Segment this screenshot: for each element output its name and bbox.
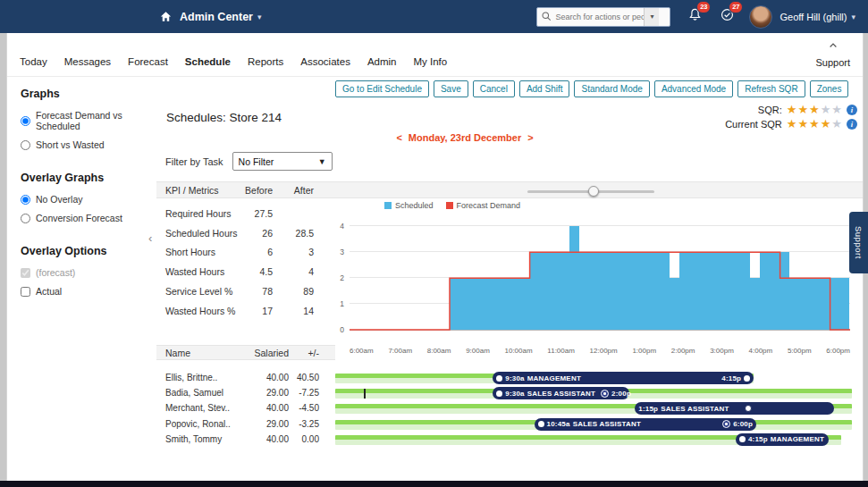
home-icon[interactable] <box>159 10 173 23</box>
date-prev-button[interactable]: < <box>396 132 401 143</box>
shift-handle[interactable] <box>538 421 544 427</box>
filter-row: Filter by Task No Filter ▼ <box>165 152 333 171</box>
radio-input[interactable] <box>21 116 30 126</box>
checkbox-forecast: (forecast) <box>21 267 156 278</box>
y-tick: 3 <box>340 248 344 256</box>
tab-associates[interactable]: Associates <box>300 56 350 67</box>
x-tick: 11:00am <box>547 347 575 355</box>
search-box[interactable]: ▾ <box>536 7 670 27</box>
info-icon[interactable]: i <box>847 119 857 130</box>
y-tick: 4 <box>340 222 344 231</box>
radio-no-overlay[interactable]: No Overlay <box>21 194 156 205</box>
sqr-panel: SQR: ★★★★★ i Current SQR ★★★★★ i <box>725 104 857 130</box>
radio-conversion-forecast[interactable]: Conversion Forecast <box>21 213 156 223</box>
tab-my-info[interactable]: My Info <box>414 56 448 67</box>
brand-title[interactable]: Admin Center <box>180 11 253 23</box>
date-next-button[interactable]: > <box>527 132 533 143</box>
advanced-mode-button[interactable]: Advanced Mode <box>654 80 733 97</box>
radio-input[interactable] <box>21 214 30 223</box>
tab-admin[interactable]: Admin <box>367 56 397 67</box>
add-shift-button[interactable]: Add Shift <box>519 80 570 97</box>
shift-end-time: 4:15p <box>721 374 741 382</box>
shift-bar[interactable]: 9:30aMANAGEMENT4:15p <box>493 372 754 384</box>
roster-row: Ellis, Brittne..40.0040.509:30aMANAGEMEN… <box>156 370 863 385</box>
shift-bar[interactable]: 9:30aSALES ASSISTANT2:00p <box>493 387 629 399</box>
cancel-button[interactable]: Cancel <box>473 80 515 97</box>
user-menu[interactable]: Geoff Hill (ghill) <box>780 12 847 22</box>
kpi-name: Wasted Hours % <box>156 306 241 316</box>
shift-bar[interactable]: 1:15pSALES ASSISTANT <box>635 402 834 415</box>
kpi-name: Scheduled Hours <box>156 228 241 239</box>
kpi-before: 4.5 <box>241 266 273 277</box>
approvals-button[interactable]: 27 <box>720 7 735 26</box>
sidebar-collapse-arrow[interactable]: ‹ <box>148 231 152 245</box>
shift-handle[interactable] <box>744 375 750 382</box>
roster-header: Name Salaried +/- <box>156 345 335 360</box>
y-tick: 0 <box>340 325 344 334</box>
kpi-after: 4 <box>273 266 314 277</box>
task-filter-select[interactable]: No Filter ▼ <box>232 152 333 171</box>
employee-name: Badia, Samuel <box>156 388 248 398</box>
overlay-graphs-title: Overlay Graphs <box>21 172 156 184</box>
hours-diff: -4.50 <box>289 403 319 413</box>
gantt-track: 9:30aSALES ASSISTANT2:00p <box>335 387 852 399</box>
gantt-track: 10:45aSALES ASSISTANT6:00p <box>335 418 852 431</box>
shift-handle[interactable] <box>745 405 752 412</box>
radio-label: Short vs Wasted <box>36 139 105 150</box>
overlay-graphs-group: Overlay Graphs No Overlay Conversion For… <box>21 172 156 223</box>
hours-diff: 40.50 <box>289 373 319 382</box>
shift-end-time: 2:00p <box>611 390 631 398</box>
selected-option: No Filter <box>239 156 274 167</box>
checkbox-input[interactable] <box>21 287 30 297</box>
collapse-header-button[interactable] <box>827 38 839 55</box>
info-icon[interactable]: i <box>847 105 857 115</box>
shift-bar[interactable]: 4:15pMANAGEMENT <box>736 433 829 446</box>
shift-role: MANAGEMENT <box>527 374 581 382</box>
shift-bar[interactable]: 10:45aSALES ASSISTANT6:00p <box>535 418 757 431</box>
kpi-row: Wasted Hours %1714 <box>156 301 335 321</box>
notifications-bell[interactable]: 23 <box>687 7 703 26</box>
kpi-before: 78 <box>241 286 273 297</box>
avatar[interactable] <box>749 5 772 29</box>
checkbox-actual[interactable]: Actual <box>21 286 156 297</box>
standard-mode-button[interactable]: Standard Mode <box>574 80 649 97</box>
overlay-options-group: Overlay Options (forecast) Actual <box>21 245 156 297</box>
time-marker <box>364 389 366 399</box>
forecast-line <box>350 252 850 330</box>
save-button[interactable]: Save <box>434 80 468 97</box>
zones-button[interactable]: Zones <box>810 80 849 97</box>
legend-swatch <box>384 202 392 209</box>
shift-handle[interactable] <box>496 375 502 382</box>
tab-schedule[interactable]: Schedule <box>185 56 231 67</box>
kpi-row: Short Hours63 <box>156 243 335 263</box>
kpi-headers: KPI / Metrics Before After <box>156 182 863 197</box>
refresh-sqr-button[interactable]: Refresh SQR <box>737 80 805 97</box>
shift-handle[interactable] <box>496 390 502 397</box>
star-icon: ★ <box>797 104 808 115</box>
shift-handle[interactable] <box>739 436 746 442</box>
legend-swatch <box>446 202 453 209</box>
support-link[interactable]: Support <box>815 57 850 68</box>
star-icon: ★ <box>831 118 842 130</box>
radio-input[interactable] <box>21 140 30 150</box>
roster-header-name: Name <box>156 348 248 358</box>
go-to-edit-schedule-button[interactable]: Go to Edit Schedule <box>335 80 429 97</box>
support-tab[interactable]: Support <box>849 212 868 273</box>
radio-short-vs-wasted[interactable]: Short vs Wasted <box>21 139 156 150</box>
search-input[interactable] <box>552 13 644 21</box>
search-scope-dropdown[interactable]: ▾ <box>644 8 659 26</box>
tab-messages[interactable]: Messages <box>64 56 111 67</box>
sqr-label: SQR: <box>758 105 782 115</box>
zoom-slider[interactable] <box>527 190 654 193</box>
tab-forecast[interactable]: Forecast <box>128 56 168 67</box>
kpi-after: 89 <box>273 286 314 297</box>
radio-forecast-demand-vs-scheduled[interactable]: Forecast Demand vs Scheduled <box>21 110 156 131</box>
tab-today[interactable]: Today <box>20 56 47 67</box>
tab-reports[interactable]: Reports <box>248 56 283 67</box>
kpi-before: 26 <box>241 228 273 239</box>
star-icon: ★ <box>797 118 808 130</box>
kpi-row: Wasted Hours4.54 <box>156 262 335 281</box>
hours-diff: -3.25 <box>289 419 319 429</box>
radio-input[interactable] <box>21 195 30 205</box>
x-tick: 3:00pm <box>710 347 734 355</box>
